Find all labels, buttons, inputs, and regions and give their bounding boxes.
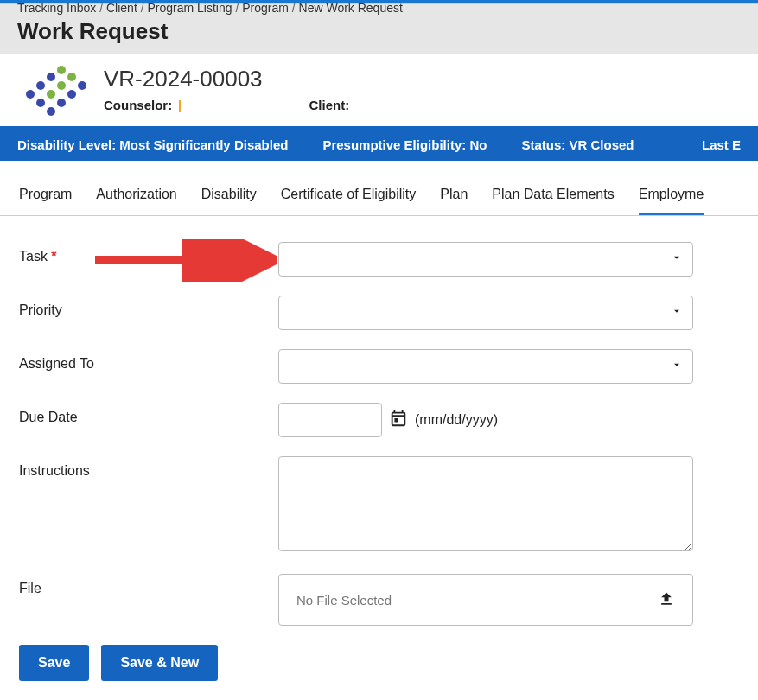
task-select[interactable] — [278, 242, 693, 277]
tab-plan-data[interactable]: Plan Data Elements — [492, 178, 614, 215]
breadcrumb-link[interactable]: New Work Request — [299, 1, 403, 15]
client-label: Client: — [309, 98, 350, 112]
tab-program[interactable]: Program — [19, 178, 72, 215]
row-task: Task * — [19, 242, 739, 277]
tab-certificate[interactable]: Certificate of Eligibility — [281, 178, 417, 215]
breadcrumb-link[interactable]: Client — [106, 1, 137, 15]
tab-disability[interactable]: Disability — [201, 178, 257, 215]
save-button[interactable]: Save — [19, 645, 89, 681]
row-due-date: Due Date (mm/dd/yyyy) — [19, 403, 739, 437]
case-summary-row: VR-2024-00003 Counselor: Client: — [0, 54, 758, 126]
case-meta: Counselor: Client: — [104, 98, 741, 112]
row-assigned-to: Assigned To — [19, 349, 739, 384]
status-disability: Disability Level: Most Significantly Dis… — [17, 137, 288, 152]
due-date-hint: (mm/dd/yyyy) — [415, 412, 498, 428]
counselor-label: Counselor: — [104, 98, 172, 112]
row-priority: Priority — [19, 296, 739, 330]
status-bar: Disability Level: Most Significantly Dis… — [0, 126, 758, 161]
button-row: Save Save & New — [19, 645, 739, 681]
upload-icon — [658, 590, 675, 610]
breadcrumb: Tracking Inbox / Client / Program Listin… — [17, 1, 741, 15]
assigned-to-label: Assigned To — [19, 349, 278, 372]
status-closed: Status: VR Closed — [521, 137, 634, 152]
priority-label: Priority — [19, 296, 278, 318]
tab-employment[interactable]: Employme — [639, 178, 704, 215]
case-info: VR-2024-00003 Counselor: Client: — [104, 66, 741, 112]
header-bar: Tracking Inbox / Client / Program Listin… — [0, 3, 758, 54]
program-logo-icon — [26, 66, 86, 118]
due-date-label: Due Date — [19, 403, 278, 425]
instructions-label: Instructions — [19, 456, 278, 479]
status-last: Last E — [702, 137, 741, 152]
tab-authorization[interactable]: Authorization — [96, 178, 176, 215]
page-title: Work Request — [17, 18, 741, 45]
row-file: File No File Selected — [19, 574, 739, 626]
tab-plan[interactable]: Plan — [440, 178, 468, 215]
assigned-to-select[interactable] — [278, 349, 693, 384]
due-date-input[interactable] — [278, 403, 382, 437]
task-label: Task * — [19, 242, 278, 264]
file-placeholder: No File Selected — [296, 593, 392, 608]
divider-icon — [179, 100, 181, 112]
calendar-icon[interactable] — [389, 409, 408, 431]
file-dropzone[interactable]: No File Selected — [278, 574, 693, 626]
priority-select[interactable] — [278, 296, 693, 330]
breadcrumb-link[interactable]: Program — [242, 1, 289, 15]
instructions-textarea[interactable] — [278, 456, 693, 551]
required-asterisk-icon: * — [51, 249, 56, 264]
file-label: File — [19, 574, 278, 596]
tab-bar: Program Authorization Disability Certifi… — [0, 178, 758, 216]
row-instructions: Instructions — [19, 456, 739, 555]
breadcrumb-link[interactable]: Tracking Inbox — [17, 1, 96, 15]
save-new-button[interactable]: Save & New — [101, 645, 218, 681]
case-number: VR-2024-00003 — [104, 66, 741, 92]
status-presumptive: Presumptive Eligibility: No — [322, 137, 487, 152]
form-area: Task * Priority Assigned To Due Date — [0, 216, 758, 698]
breadcrumb-link[interactable]: Program Listing — [147, 1, 232, 15]
